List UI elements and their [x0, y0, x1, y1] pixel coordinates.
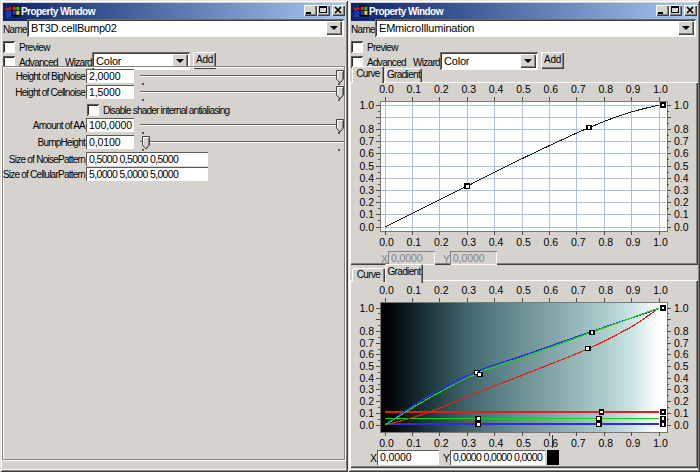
- svg-text:0.1: 0.1: [407, 437, 422, 449]
- svg-text:1.0: 1.0: [653, 83, 668, 95]
- svg-text:0.0: 0.0: [379, 437, 394, 449]
- svg-text:0.6: 0.6: [544, 284, 559, 296]
- svg-text:0.8: 0.8: [598, 437, 613, 449]
- svg-text:0.6: 0.6: [544, 83, 559, 95]
- svg-text:0.7: 0.7: [571, 284, 586, 296]
- svg-text:0.3: 0.3: [359, 383, 374, 395]
- svg-text:0.1: 0.1: [359, 208, 374, 220]
- svg-text:0.8: 0.8: [359, 325, 374, 337]
- svg-text:1.0: 1.0: [674, 302, 689, 314]
- svg-text:0.7: 0.7: [359, 135, 374, 147]
- svg-text:0.5: 0.5: [516, 83, 531, 95]
- svg-text:0.1: 0.1: [407, 83, 422, 95]
- svg-text:0.1: 0.1: [407, 284, 422, 296]
- svg-text:0.6: 0.6: [544, 236, 559, 248]
- svg-text:0.0: 0.0: [359, 221, 374, 233]
- svg-text:0.2: 0.2: [434, 83, 449, 95]
- svg-text:0.4: 0.4: [489, 284, 504, 296]
- svg-text:0.9: 0.9: [626, 284, 641, 296]
- svg-text:0.8: 0.8: [674, 325, 689, 337]
- svg-text:0.0: 0.0: [674, 419, 689, 431]
- svg-text:0.7: 0.7: [674, 135, 689, 147]
- svg-text:0.7: 0.7: [571, 437, 586, 449]
- svg-text:0.1: 0.1: [674, 407, 689, 419]
- svg-text:0.3: 0.3: [461, 83, 476, 95]
- svg-text:0.6: 0.6: [674, 348, 689, 360]
- svg-text:0.6: 0.6: [544, 437, 559, 449]
- svg-text:0.0: 0.0: [674, 221, 689, 233]
- svg-text:0.1: 0.1: [407, 236, 422, 248]
- svg-text:0.8: 0.8: [598, 236, 613, 248]
- svg-text:0.4: 0.4: [489, 236, 504, 248]
- svg-text:0.4: 0.4: [674, 172, 689, 184]
- svg-text:0.2: 0.2: [434, 437, 449, 449]
- svg-text:0.7: 0.7: [571, 83, 586, 95]
- svg-text:0.7: 0.7: [571, 236, 586, 248]
- svg-text:0.6: 0.6: [674, 147, 689, 159]
- svg-text:0.2: 0.2: [434, 284, 449, 296]
- svg-text:0.3: 0.3: [674, 383, 689, 395]
- svg-text:0.0: 0.0: [379, 284, 394, 296]
- svg-text:0.6: 0.6: [359, 147, 374, 159]
- svg-text:0.2: 0.2: [674, 395, 689, 407]
- svg-text:0.3: 0.3: [461, 236, 476, 248]
- svg-text:0.3: 0.3: [461, 284, 476, 296]
- svg-text:0.9: 0.9: [626, 83, 641, 95]
- svg-text:0.5: 0.5: [516, 236, 531, 248]
- svg-text:1.0: 1.0: [359, 302, 374, 314]
- svg-text:1.0: 1.0: [653, 437, 668, 449]
- svg-text:0.2: 0.2: [674, 196, 689, 208]
- svg-text:0.5: 0.5: [674, 360, 689, 372]
- svg-text:0.0: 0.0: [359, 419, 374, 431]
- svg-text:0.2: 0.2: [434, 236, 449, 248]
- svg-text:0.4: 0.4: [359, 372, 374, 384]
- svg-text:0.5: 0.5: [516, 284, 531, 296]
- svg-text:0.4: 0.4: [489, 83, 504, 95]
- svg-text:0.0: 0.0: [379, 83, 394, 95]
- svg-text:0.7: 0.7: [359, 337, 374, 349]
- svg-text:0.8: 0.8: [598, 284, 613, 296]
- svg-text:0.5: 0.5: [516, 437, 531, 449]
- svg-text:0.3: 0.3: [359, 184, 374, 196]
- svg-text:0.3: 0.3: [461, 437, 476, 449]
- svg-text:1.0: 1.0: [674, 99, 689, 111]
- svg-text:0.1: 0.1: [674, 208, 689, 220]
- svg-text:0.7: 0.7: [674, 337, 689, 349]
- svg-text:0.8: 0.8: [598, 83, 613, 95]
- svg-text:0.8: 0.8: [359, 123, 374, 135]
- svg-text:1.0: 1.0: [359, 99, 374, 111]
- svg-text:0.1: 0.1: [359, 407, 374, 419]
- svg-text:0.2: 0.2: [359, 196, 374, 208]
- svg-text:0.9: 0.9: [626, 236, 641, 248]
- svg-text:0.8: 0.8: [674, 123, 689, 135]
- svg-text:0.6: 0.6: [359, 348, 374, 360]
- svg-text:0.4: 0.4: [359, 172, 374, 184]
- svg-text:1.0: 1.0: [653, 284, 668, 296]
- svg-text:1.0: 1.0: [653, 236, 668, 248]
- svg-text:0.0: 0.0: [379, 236, 394, 248]
- svg-text:0.2: 0.2: [359, 395, 374, 407]
- svg-text:0.3: 0.3: [674, 184, 689, 196]
- svg-text:0.5: 0.5: [359, 160, 374, 172]
- svg-text:0.4: 0.4: [674, 372, 689, 384]
- svg-text:0.5: 0.5: [674, 160, 689, 172]
- svg-text:0.9: 0.9: [626, 437, 641, 449]
- svg-text:0.4: 0.4: [489, 437, 504, 449]
- svg-text:0.5: 0.5: [359, 360, 374, 372]
